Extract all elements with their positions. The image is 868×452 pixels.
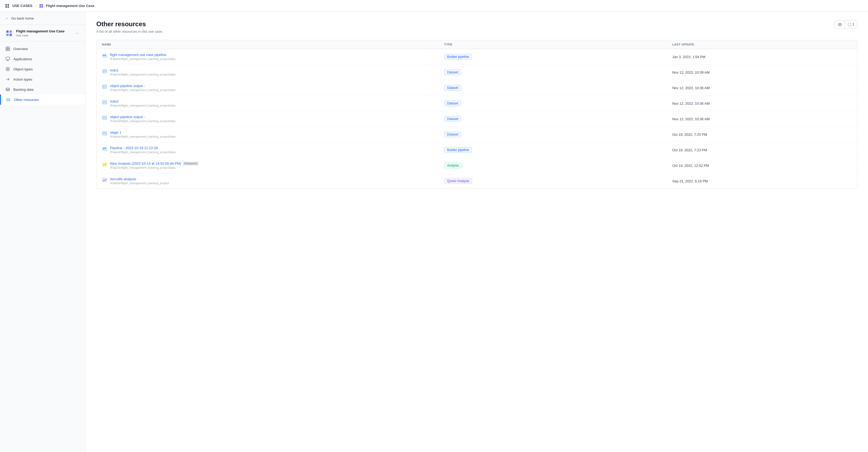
- page-header-text: Other resources A list of all other reso…: [96, 20, 163, 33]
- svg-rect-1: [40, 4, 41, 6]
- type-badge-7: Analysis: [444, 163, 462, 168]
- resource-name-4[interactable]: object pipeline output -: [110, 115, 176, 119]
- svg-rect-25: [104, 55, 106, 56]
- resource-cell-6: Pipeline - 2022-10-19 21:22:28 /Palantir…: [102, 146, 433, 154]
- resource-icon-3: [102, 100, 107, 105]
- topbar-use-cases: USE CASES: [12, 4, 32, 8]
- last-update-6: Oct 19, 2022, 7:23 PM: [672, 148, 707, 152]
- overview-icon: [5, 46, 10, 51]
- table-row: Aircrafts analysis /Palantir/flight_mana…: [97, 173, 857, 189]
- sidebar-item-backing-data[interactable]: Backing data: [0, 84, 85, 94]
- svg-rect-26: [102, 69, 107, 73]
- resource-icon-2: [102, 84, 107, 89]
- back-home-button[interactable]: ← Go back home: [0, 12, 85, 25]
- type-badge-2: Dataset: [444, 85, 461, 91]
- svg-rect-28: [102, 101, 107, 104]
- resource-name-8[interactable]: Aircrafts analysis: [110, 177, 169, 181]
- sidebar-item-overview-label: Overview: [13, 47, 28, 51]
- sidebar-item-action-types[interactable]: Action types: [0, 74, 85, 84]
- page-title: Other resources: [96, 20, 163, 28]
- sidebar-item-applications[interactable]: Applications: [0, 54, 85, 64]
- other-resources-icon: [6, 97, 11, 102]
- resource-cell-0: flight management use case pipeline /Pal…: [102, 53, 433, 60]
- resource-path-3: /Palantir/flight_management_backing_proj…: [110, 104, 176, 107]
- sidebar-item-overview[interactable]: Overview: [0, 44, 85, 54]
- cell-update-2: Nov 12, 2022, 10:36 AM: [667, 80, 857, 95]
- svg-point-15: [6, 67, 10, 71]
- type-badge-8: Quiver Analysis: [444, 178, 472, 184]
- last-update-2: Nov 12, 2022, 10:36 AM: [672, 86, 709, 90]
- object-types-icon: [5, 67, 10, 72]
- cell-name-0: flight management use case pipeline /Pal…: [97, 49, 439, 64]
- page-header: Other resources A list of all other reso…: [96, 20, 857, 33]
- svg-rect-13: [8, 49, 10, 51]
- cell-update-8: Sep 21, 2022, 6:16 PM: [667, 173, 857, 189]
- cell-type-2: Dataset: [439, 80, 667, 95]
- resource-path-5: /Palantir/flight_management_backing_proj…: [110, 135, 176, 138]
- topbar: USE CASES › Flight management Use Case: [0, 0, 868, 12]
- page-subtitle: A list of all other resources in this us…: [96, 29, 163, 33]
- back-home-label: Go back home: [11, 16, 34, 20]
- cell-update-3: Nov 12, 2022, 10:36 AM: [667, 95, 857, 111]
- resource-name-3[interactable]: mdo2: [110, 100, 176, 103]
- svg-rect-12: [6, 49, 7, 51]
- table-row: New Analysis (2022-10-14 at 14:52:00.94 …: [97, 158, 857, 173]
- resource-name-5[interactable]: stage 1: [110, 131, 176, 135]
- last-update-3: Nov 12, 2022, 10:36 AM: [672, 102, 709, 106]
- svg-rect-3: [40, 6, 41, 7]
- svg-point-21: [839, 24, 840, 25]
- svg-rect-23: [102, 54, 107, 57]
- table-row: flight management use case pipeline /Pal…: [97, 49, 857, 64]
- table-row: stage 1 /Palantir/flight_management_back…: [97, 126, 857, 142]
- resource-cell-3: mdo2 /Palantir/flight_management_backing…: [102, 100, 433, 107]
- svg-rect-18: [6, 98, 10, 99]
- svg-rect-11: [8, 47, 10, 49]
- cell-name-2: object pipeline output - /Palantir/fligh…: [97, 80, 439, 95]
- cell-type-7: Analysis: [439, 158, 667, 173]
- autosaved-badge: Autosaved: [183, 162, 198, 166]
- table-header: NAME TYPE LAST UPDATE: [97, 40, 857, 49]
- resource-info-7: New Analysis (2022-10-14 at 14:52:00.94 …: [110, 162, 198, 169]
- resource-cell-1: mdo1 /Palantir/flight_management_backing…: [102, 68, 433, 76]
- sidebar-item-object-types[interactable]: Object types: [0, 64, 85, 74]
- resource-name-2[interactable]: object pipeline output -: [110, 84, 176, 88]
- table-row: object pipeline output - /Palantir/fligh…: [97, 111, 857, 126]
- cell-type-6: Builder pipeline: [439, 142, 667, 158]
- type-badge-0: Builder pipeline: [444, 54, 472, 60]
- svg-rect-10: [6, 47, 7, 49]
- cell-type-0: Builder pipeline: [439, 49, 667, 64]
- svg-point-22: [848, 23, 851, 26]
- table-row: mdo2 /Palantir/flight_management_backing…: [97, 95, 857, 111]
- cell-update-6: Oct 19, 2022, 7:23 PM: [667, 142, 857, 158]
- resources-table: NAME TYPE LAST UPDATE flight management …: [97, 40, 857, 189]
- resource-path-8: /Palantir/flight_management_backing_proj…: [110, 181, 169, 185]
- svg-rect-27: [102, 85, 107, 89]
- svg-rect-33: [104, 148, 106, 149]
- resource-name-7[interactable]: New Analysis (2022-10-14 at 14:52:00.94 …: [110, 162, 198, 166]
- resource-path-2: /Palantir/flight_management_backing_proj…: [110, 88, 176, 91]
- sidebar-menu-button[interactable]: ···: [74, 30, 80, 37]
- last-update-7: Oct 14, 2022, 12:52 PM: [672, 164, 709, 168]
- last-update-1: Nov 12, 2022, 10:39 AM: [672, 70, 709, 75]
- resource-name-1[interactable]: mdo1: [110, 68, 176, 72]
- header-controls: 1: [835, 20, 857, 29]
- last-update-5: Oct 19, 2022, 7:25 PM: [672, 133, 707, 137]
- svg-rect-35: [102, 178, 107, 182]
- resource-info-1: mdo1 /Palantir/flight_management_backing…: [110, 68, 176, 76]
- svg-point-17: [6, 88, 9, 89]
- svg-rect-14: [6, 57, 10, 60]
- cell-type-8: Quiver Analysis: [439, 173, 667, 189]
- resource-cell-8: Aircrafts analysis /Palantir/flight_mana…: [102, 177, 433, 185]
- resources-table-container: NAME TYPE LAST UPDATE flight management …: [96, 40, 857, 189]
- cell-name-4: object pipeline output - /Palantir/fligh…: [97, 111, 439, 126]
- sidebar-item-other-resources[interactable]: Other resources: [0, 94, 85, 105]
- col-header-update: LAST UPDATE: [667, 40, 857, 49]
- last-update-8: Sep 21, 2022, 6:16 PM: [672, 179, 708, 183]
- cell-name-1: mdo1 /Palantir/flight_management_backing…: [97, 64, 439, 80]
- eye-view-button[interactable]: [835, 21, 845, 28]
- topbar-page-icon: [39, 3, 43, 8]
- cell-update-4: Nov 12, 2022, 10:36 AM: [667, 111, 857, 126]
- count-circle-icon: 1: [848, 22, 855, 26]
- resource-name-6[interactable]: Pipeline - 2022-10-19 21:22:28: [110, 146, 176, 150]
- resource-name-0[interactable]: flight management use case pipeline: [110, 53, 176, 57]
